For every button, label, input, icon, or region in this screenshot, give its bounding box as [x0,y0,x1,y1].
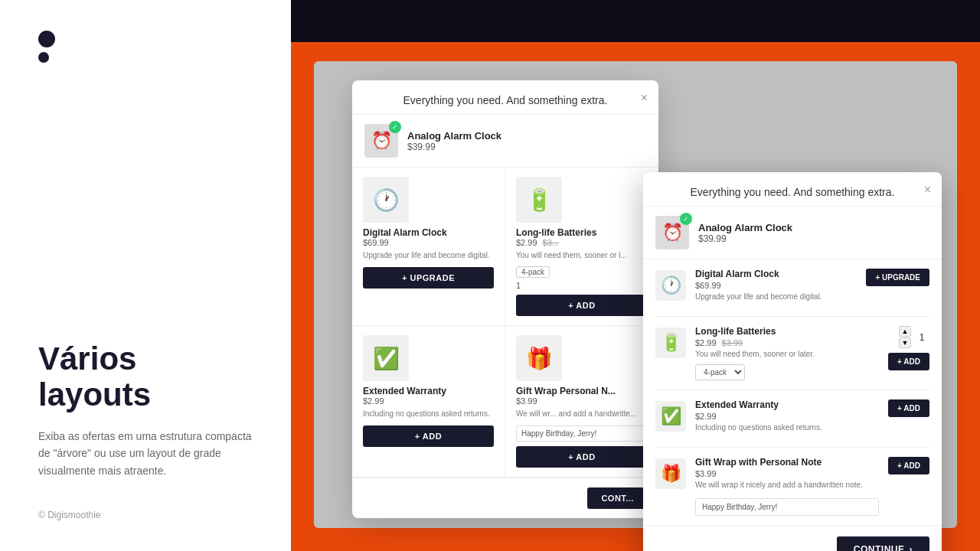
offer-image-1: 🕐 [363,177,409,223]
list-offer-item-1: 🕐 Digital Alarm Clock $69.99 Upgrade you… [655,259,929,317]
list-offer-qty-select-2[interactable]: 4-pack [695,364,745,380]
modal-list-close[interactable]: × [924,183,931,197]
list-offer-add-btn-4[interactable]: + ADD [888,457,929,474]
offer-desc-1: Upgrade your life and become digital. [363,250,494,261]
top-bar [291,0,980,42]
list-offer-price-4: $3.99 [695,469,879,478]
modal-list-check-badge: ✓ [680,213,692,225]
modal-list-header: Everything you need. And something extra… [643,172,942,207]
list-offer-actions-2: ▲ ▼ 1 + ADD [888,326,929,370]
offer-qty-val-2: 1 [516,281,648,290]
grid-offer-item-4: 🎁 Gift Wrap Personal N... $3.99 We will … [505,326,658,478]
list-offer-item-2: 🔋 Long-life Batteries $2.99 $3.99 You wi… [655,317,929,390]
offer-add-btn-4[interactable]: + ADD [516,446,648,468]
list-offer-price-2: $2.99 $3.99 [695,338,879,347]
footer-copyright: © Digismoothie [38,510,260,520]
list-offer-details-4: Gift Wrap with Personal Note $3.99 We wi… [695,457,879,516]
offer-add-btn-2[interactable]: + ADD [516,295,648,316]
qty-control-2: ▲ ▼ 1 [899,326,929,348]
modal-grid-continue-btn[interactable]: CONT... [587,487,648,509]
modal-list-product-price: $39.99 [698,233,792,244]
list-offer-desc-1: Upgrade your life and become digital. [695,292,857,302]
logo [38,31,260,63]
modal-list-product-name: Analog Alarm Clock [698,222,792,233]
modal-list-product: ⏰ ✓ Analog Alarm Clock $39.99 [643,207,942,259]
list-offer-desc-3: Including no questions asked returns. [695,422,879,433]
modal-list-product-info: Analog Alarm Clock $39.99 [698,222,792,244]
offer-add-btn-3[interactable]: + ADD [363,425,494,447]
logo-dot-large [38,31,55,47]
offer-title-1: Digital Alarm Clock [363,227,494,238]
offer-desc-3: Including no questions asked returns. [363,409,494,419]
list-offer-price-1: $69.99 [695,281,857,290]
product-icon-wrap: ⏰ ✓ [364,124,398,158]
offer-image-4: 🎁 [516,335,562,381]
list-offer-desc-2: You will need them, sooner or later. [695,349,879,360]
list-offer-title-4: Gift Wrap with Personal Note [695,457,879,468]
left-panel: Vários layouts Exiba as ofertas em uma e… [0,0,291,551]
list-offer-icon-2: 🔋 [655,328,686,358]
list-offer-details-1: Digital Alarm Clock $69.99 Upgrade your … [695,269,857,307]
product-name: Analog Alarm Clock [407,130,501,142]
list-offer-details-3: Extended Warranty $2.99 Including no que… [695,399,879,438]
continue-arrow-icon: › [910,544,913,551]
qty-decrease-btn-2[interactable]: ▼ [899,337,911,348]
qty-increase-btn-2[interactable]: ▲ [899,326,911,337]
modal-list: Everything you need. And something extra… [643,172,942,551]
grid-offer-item-1: 🕐 Digital Alarm Clock $69.99 Upgrade you… [352,168,505,326]
offer-upgrade-btn-1[interactable]: + UPGRADE [363,267,494,289]
modal-grid: Everything you need. And something extra… [352,80,658,518]
offer-image-2: 🔋 [516,177,562,223]
offer-price-4: $3.99 [516,396,648,406]
offer-price-1: $69.99 [363,238,494,247]
product-price: $39.99 [407,142,501,152]
grid-offers: 🕐 Digital Alarm Clock $69.99 Upgrade you… [352,168,658,478]
right-panel: Everything you need. And something extra… [291,0,980,551]
gift-note-input-grid[interactable] [516,425,648,442]
list-offer-item-4: 🎁 Gift Wrap with Personal Note $3.99 We … [655,448,929,525]
offer-image-3: ✅ [363,335,409,381]
list-offer-add-btn-3[interactable]: + ADD [888,399,929,417]
modal-list-continue-btn[interactable]: CONTINUE › [837,536,929,551]
offer-title-2: Long-life Batteries [516,227,648,238]
modal-grid-title: Everything you need. And something extra… [403,94,608,106]
offer-title-4: Gift Wrap Personal N... [516,386,648,396]
offer-title-3: Extended Warranty [363,386,494,396]
list-offer-actions-3: + ADD [888,399,929,417]
modal-grid-footer: CONT... [352,478,658,518]
list-offer-add-btn-2[interactable]: + ADD [888,353,929,370]
qty-value-2: 1 [914,332,929,343]
offer-desc-4: We will wr... and add a handwritte... [516,409,648,419]
modal-list-title: Everything you need. And something extra… [691,186,895,198]
grid-offer-item-2: 🔋 Long-life Batteries $2.99 $3... You wi… [505,168,658,326]
product-info: Analog Alarm Clock $39.99 [407,130,501,152]
list-offer-icon-3: ✅ [655,401,686,432]
list-offer-actions-4: + ADD [888,457,929,474]
continue-label: CONTINUE [854,544,905,551]
offer-price-2: $2.99 $3... [516,238,648,247]
list-offer-details-2: Long-life Batteries $2.99 $3.99 You will… [695,326,879,380]
offer-desc-2: You will need them, sooner or l... [516,250,648,261]
offer-price-3: $2.99 [363,396,494,406]
list-offer-title-2: Long-life Batteries [695,326,879,337]
list-offer-title-3: Extended Warranty [695,399,879,410]
list-offer-icon-4: 🎁 [655,458,686,489]
offer-qty-2: 4-pack [516,267,648,276]
logo-dot-small [38,52,49,63]
modal-grid-product: ⏰ ✓ Analog Alarm Clock $39.99 [352,115,658,168]
list-offer-desc-4: We will wrap it nicely and add a handwri… [695,480,879,491]
grid-offer-item-3: ✅ Extended Warranty $2.99 Including no q… [352,326,505,478]
list-offer-item-3: ✅ Extended Warranty $2.99 Including no q… [655,390,929,448]
list-offers: 🕐 Digital Alarm Clock $69.99 Upgrade you… [643,259,942,525]
gift-note-input-list[interactable] [695,498,879,516]
list-offer-upgrade-btn-1[interactable]: + UPGRADE [866,269,929,286]
page-heading: Vários layouts [38,341,260,412]
check-badge: ✓ [389,121,401,133]
modal-grid-close[interactable]: × [641,91,648,105]
modal-list-product-icon-wrap: ⏰ ✓ [655,216,689,249]
list-offer-price-3: $2.99 [695,412,879,421]
list-offer-actions-1: + UPGRADE [866,269,929,286]
modal-grid-header: Everything you need. And something extra… [352,80,658,115]
list-offer-icon-1: 🕐 [655,270,686,301]
page-description: Exiba as ofertas em uma estrutura compac… [38,428,260,479]
